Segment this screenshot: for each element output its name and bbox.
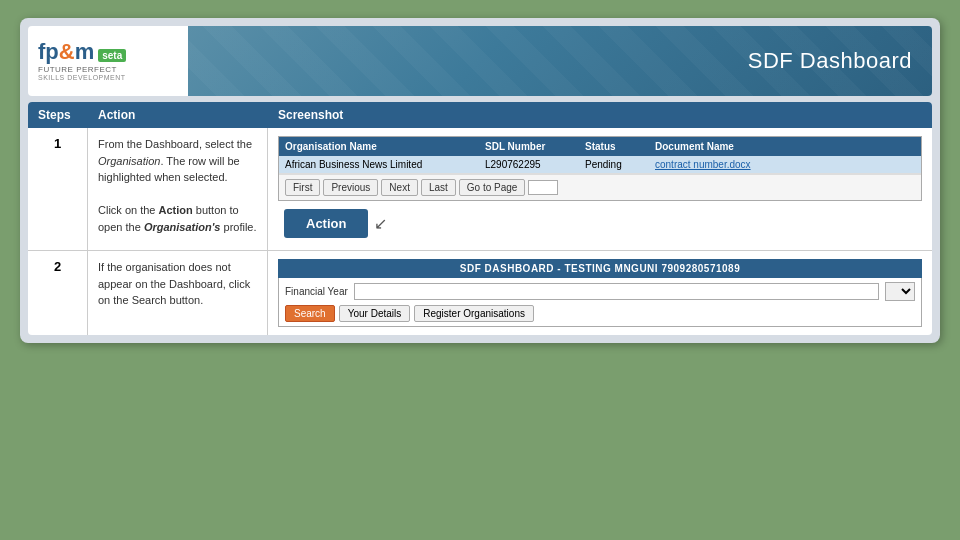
your-details-button[interactable]: Your Details (339, 305, 411, 322)
logo-sub2: SKILLS DEVELOPMENT (38, 74, 178, 81)
first-button[interactable]: First (285, 179, 320, 196)
header-banner: SDF Dashboard (188, 26, 932, 96)
cursor-icon: ↙ (374, 214, 387, 233)
logo-area: fp&m seta FUTURE PERFECT SKILLS DEVELOPM… (28, 33, 188, 89)
table-row-1: 1 From the Dashboard, select the Organis… (28, 128, 932, 251)
action-button-area: Action ↙ (278, 201, 922, 242)
ss-col-status: Status (579, 137, 649, 156)
main-container: fp&m seta FUTURE PERFECT SKILLS DEVELOPM… (20, 18, 940, 343)
register-organisations-button[interactable]: Register Organisations (414, 305, 534, 322)
ss-status: Pending (579, 156, 649, 173)
ss2-title: SDF Dashboard - Testing Mnguni 790928057… (278, 259, 922, 278)
ss-org-name: African Business News Limited (279, 156, 479, 173)
ss-col-sdl: SDL Number (479, 137, 579, 156)
ss2-body: Financial Year Search Your Details Regis… (278, 278, 922, 327)
step-number-1: 1 (28, 128, 88, 251)
header: fp&m seta FUTURE PERFECT SKILLS DEVELOPM… (28, 26, 932, 96)
screenshot-1: Organisation Name SDL Number Status Docu… (268, 128, 932, 251)
action-text-1: From the Dashboard, select the Organisat… (88, 128, 268, 251)
action-text-2: If the organisation does not appear on t… (88, 251, 268, 335)
year-dropdown[interactable] (885, 282, 915, 301)
ss-table-header: Organisation Name SDL Number Status Docu… (279, 137, 921, 156)
main-table: Steps Action Screenshot 1 From the Dashb… (28, 102, 932, 335)
ss-data-row[interactable]: African Business News Limited L290762295… (279, 156, 921, 174)
ss-col-org: Organisation Name (279, 137, 479, 156)
search-button[interactable]: Search (285, 305, 335, 322)
next-button[interactable]: Next (381, 179, 418, 196)
col-action: Action (88, 102, 268, 128)
previous-button[interactable]: Previous (323, 179, 378, 196)
pagination: First Previous Next Last Go to Page (279, 174, 921, 200)
seta-badge: seta (98, 49, 126, 62)
logo-text: fp&m (38, 41, 94, 63)
screenshot-2: SDF Dashboard - Testing Mnguni 790928057… (268, 251, 932, 335)
step-number-2: 2 (28, 251, 88, 335)
table-header: Steps Action Screenshot (28, 102, 932, 128)
ss-col-doc: Document Name (649, 137, 921, 156)
page-title: SDF Dashboard (748, 48, 912, 74)
ss-doc-name[interactable]: contract number.docx (649, 156, 921, 173)
ss2-year-row: Financial Year (285, 282, 915, 301)
logo-sub: FUTURE PERFECT (38, 65, 178, 74)
last-button[interactable]: Last (421, 179, 456, 196)
col-screenshot: Screenshot (268, 102, 932, 128)
table-row-2: 2 If the organisation does not appear on… (28, 251, 932, 335)
ss2-buttons: Search Your Details Register Organisatio… (285, 305, 915, 322)
year-label: Financial Year (285, 286, 348, 297)
year-input[interactable] (354, 283, 879, 300)
ss-sdl: L290762295 (479, 156, 579, 173)
action-button[interactable]: Action (284, 209, 368, 238)
go-to-page-button[interactable]: Go to Page (459, 179, 526, 196)
col-steps: Steps (28, 102, 88, 128)
page-input[interactable] (528, 180, 558, 195)
